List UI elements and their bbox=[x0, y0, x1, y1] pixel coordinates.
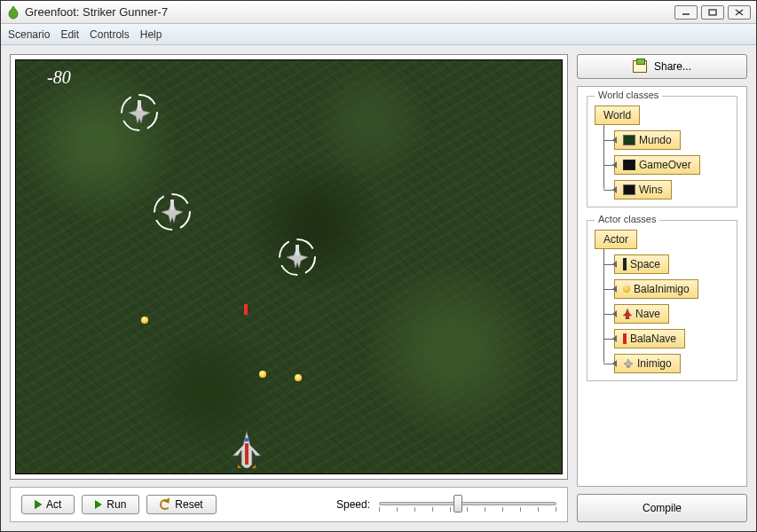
greenfoot-logo-icon bbox=[6, 5, 20, 20]
class-balanave[interactable]: BalaNave bbox=[614, 329, 685, 348]
speed-control: Speed: bbox=[336, 497, 556, 512]
class-nave[interactable]: Nave bbox=[614, 304, 669, 324]
class-balainimigo[interactable]: BalaInimigo bbox=[614, 279, 698, 299]
inimigo-icon bbox=[623, 358, 634, 369]
actor-classes-group: Actor classes Actor SpaceBalaInimigoNave… bbox=[587, 220, 737, 381]
class-mundo[interactable]: Mundo bbox=[614, 130, 681, 150]
score-display: -80 bbox=[47, 67, 71, 88]
space-icon bbox=[623, 258, 627, 270]
enemy-ship[interactable] bbox=[278, 238, 317, 277]
class-label: BalaNave bbox=[630, 332, 676, 345]
share-icon bbox=[633, 60, 647, 73]
maximize-button[interactable] bbox=[701, 5, 724, 20]
slider-track bbox=[379, 502, 556, 505]
class-actor[interactable]: Actor bbox=[595, 230, 637, 249]
class-label: Inimigo bbox=[637, 357, 672, 370]
class-label: BalaInimigo bbox=[634, 283, 690, 295]
balaen-icon bbox=[623, 286, 630, 293]
compile-button[interactable]: Compile bbox=[577, 494, 747, 522]
class-browser: World classes World MundoGameOverWins Ac… bbox=[577, 86, 747, 487]
minimize-button[interactable] bbox=[674, 5, 698, 20]
world-viewport[interactable]: -80 bbox=[15, 59, 563, 474]
enemy-bullet bbox=[141, 317, 148, 324]
window-title: Greenfoot: Striker Gunner-7 bbox=[25, 5, 674, 19]
enemy-bullet bbox=[295, 374, 302, 381]
wins-icon bbox=[623, 184, 635, 195]
mundo-icon bbox=[623, 135, 635, 145]
balanave-icon bbox=[623, 333, 627, 344]
run-label: Run bbox=[106, 498, 126, 511]
slider-thumb[interactable] bbox=[453, 495, 462, 512]
menubar: Scenario Edit Controls Help bbox=[1, 24, 756, 45]
class-world[interactable]: World bbox=[595, 106, 640, 125]
gameover-icon bbox=[623, 160, 635, 170]
world-classes-legend: World classes bbox=[595, 90, 662, 100]
menu-scenario[interactable]: Scenario bbox=[8, 28, 50, 41]
run-button[interactable]: Run bbox=[82, 495, 139, 514]
class-actor-label: Actor bbox=[603, 233, 628, 246]
menu-help[interactable]: Help bbox=[140, 28, 162, 41]
compile-label: Compile bbox=[643, 502, 682, 514]
class-space[interactable]: Space bbox=[614, 254, 669, 274]
menu-controls[interactable]: Controls bbox=[90, 28, 130, 41]
controls-bar: Act Run Reset Speed: bbox=[10, 487, 568, 522]
class-label: GameOver bbox=[639, 159, 691, 171]
act-label: Act bbox=[46, 498, 61, 511]
speed-slider[interactable] bbox=[379, 497, 556, 512]
enemy-bullet bbox=[259, 371, 266, 378]
share-label: Share... bbox=[654, 60, 691, 73]
class-world-label: World bbox=[603, 109, 631, 121]
world-frame: -80 bbox=[10, 54, 568, 480]
class-label: Mundo bbox=[639, 134, 672, 146]
enemy-ship[interactable] bbox=[120, 93, 159, 132]
reset-label: Reset bbox=[175, 498, 202, 511]
class-label: Space bbox=[630, 258, 660, 270]
class-wins[interactable]: Wins bbox=[614, 180, 672, 200]
speed-label: Speed: bbox=[336, 498, 370, 511]
player-bullet bbox=[244, 304, 248, 315]
actor-classes-legend: Actor classes bbox=[595, 214, 659, 224]
play-icon bbox=[95, 500, 102, 509]
menu-edit[interactable]: Edit bbox=[60, 28, 79, 41]
act-icon bbox=[35, 500, 42, 509]
player-ship[interactable] bbox=[229, 429, 264, 468]
close-button[interactable] bbox=[728, 5, 751, 20]
reset-icon bbox=[160, 499, 170, 510]
slider-ticks bbox=[379, 507, 556, 512]
window-titlebar: Greenfoot: Striker Gunner-7 bbox=[1, 1, 756, 24]
world-classes-group: World classes World MundoGameOverWins bbox=[587, 96, 737, 207]
class-label: Wins bbox=[639, 184, 663, 196]
enemy-ship[interactable] bbox=[153, 192, 192, 231]
nave-icon bbox=[623, 309, 632, 319]
svg-rect-1 bbox=[709, 10, 716, 15]
class-inimigo[interactable]: Inimigo bbox=[614, 354, 681, 373]
act-button[interactable]: Act bbox=[21, 495, 75, 514]
window-controls bbox=[674, 5, 751, 20]
class-label: Nave bbox=[635, 308, 660, 320]
reset-button[interactable]: Reset bbox=[146, 495, 216, 514]
share-button[interactable]: Share... bbox=[577, 54, 747, 79]
class-gameover[interactable]: GameOver bbox=[614, 155, 700, 175]
